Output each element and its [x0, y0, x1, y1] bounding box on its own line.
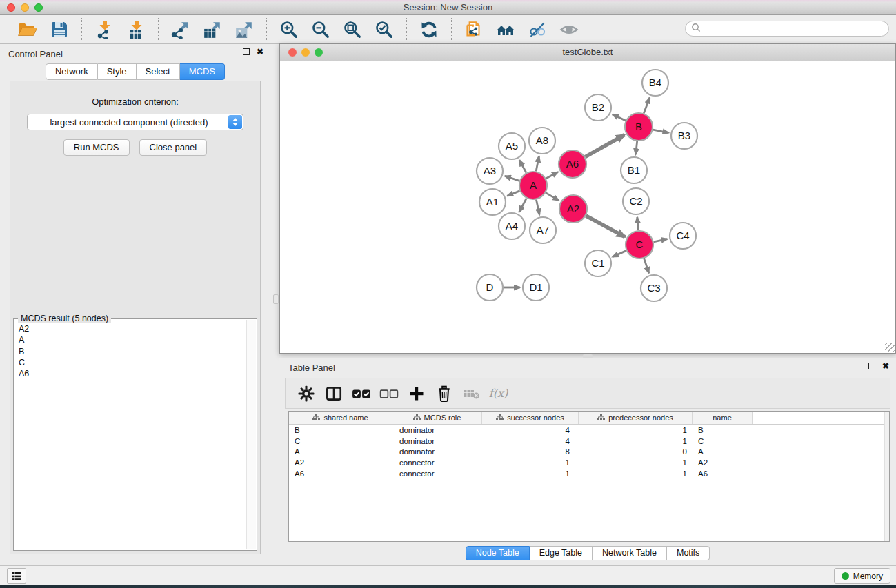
mcds-result-item[interactable]: B [17, 346, 244, 357]
node-D1[interactable]: D1 [523, 274, 549, 301]
edge-C-C2[interactable] [637, 217, 639, 230]
node-B1[interactable]: B1 [621, 157, 647, 183]
import-table-icon[interactable] [122, 18, 150, 41]
edge-A-A4[interactable] [519, 199, 527, 212]
edge-B-B4[interactable] [644, 98, 650, 114]
table-row[interactable]: Adominator80A [289, 447, 889, 458]
edge-A-A8[interactable] [536, 156, 539, 172]
edge-A-A3[interactable] [505, 176, 519, 181]
column-header-successor-nodes[interactable]: successor nodes [482, 412, 579, 424]
node-A3[interactable]: A3 [477, 158, 503, 184]
zoom-selected-icon[interactable] [370, 18, 398, 41]
node-C2[interactable]: C2 [623, 188, 649, 214]
table-float-panel-icon[interactable] [868, 363, 875, 369]
settings-gear-icon[interactable] [294, 382, 319, 405]
eye-icon[interactable] [555, 18, 583, 41]
column-header-MCDS-role[interactable]: MCDS role [392, 412, 482, 424]
mcds-result-list[interactable]: A2ABCA6 [17, 323, 244, 547]
tab-motifs[interactable]: Motifs [667, 546, 710, 560]
node-A[interactable]: A [519, 172, 547, 199]
open-folder-icon[interactable] [14, 18, 41, 41]
column-header-name[interactable]: name [693, 412, 753, 424]
node-C[interactable]: C [626, 231, 653, 258]
mcds-result-scrollbar[interactable] [246, 320, 256, 549]
node-A5[interactable]: A5 [499, 133, 525, 159]
close-panel-icon[interactable]: ✖ [257, 48, 263, 55]
node-A7[interactable]: A7 [530, 217, 556, 243]
network-window-titlebar[interactable]: testGlobe.txt [280, 44, 895, 61]
edge-A6-B[interactable] [585, 135, 624, 157]
refresh-layout-icon[interactable] [415, 18, 443, 41]
tab-node-table[interactable]: Node Table [466, 546, 530, 560]
zoom-fit-icon[interactable] [339, 18, 366, 41]
edge-C-C4[interactable] [654, 239, 668, 242]
table-close-panel-icon[interactable]: ✖ [882, 363, 889, 369]
tab-mcds[interactable]: MCDS [180, 63, 225, 80]
edge-B-B3[interactable] [653, 130, 669, 132]
home-icon[interactable] [492, 18, 519, 41]
edge-A-A7[interactable] [536, 200, 539, 215]
edge-A-A6[interactable] [546, 172, 557, 179]
tab-network-table[interactable]: Network Table [593, 546, 667, 560]
split-view-icon[interactable] [321, 382, 346, 405]
search-input[interactable] [701, 24, 883, 34]
add-column-icon[interactable] [404, 382, 429, 405]
node-table[interactable]: shared nameMCDS rolesuccessor nodesprede… [288, 411, 890, 542]
network-canvas[interactable]: B4B2BB3A8A5A6B1A3AC2A1A2A4A7C4CC1C3DD1 [280, 61, 895, 353]
node-C3[interactable]: C3 [641, 275, 667, 301]
zoom-out-icon[interactable] [307, 18, 335, 41]
node-B4[interactable]: B4 [642, 70, 668, 96]
node-D[interactable]: D [477, 274, 503, 301]
edge-C-C3[interactable] [644, 258, 649, 273]
float-panel-icon[interactable] [243, 48, 250, 55]
edge-B-B1[interactable] [636, 141, 637, 154]
deselect-all-icon[interactable] [377, 382, 401, 405]
graphics-details-icon[interactable] [524, 18, 551, 41]
run-mcds-button[interactable]: Run MCDS [63, 139, 130, 156]
memory-button[interactable]: Memory [834, 568, 890, 584]
import-network-icon[interactable] [90, 18, 118, 41]
network-from-selection-icon[interactable] [460, 18, 488, 41]
network-vertical-scroll-thumb[interactable] [273, 294, 279, 304]
mcds-result-item[interactable]: C [17, 357, 244, 368]
column-header-shared-name[interactable]: shared name [289, 412, 392, 424]
node-A4[interactable]: A4 [499, 213, 525, 239]
task-history-button[interactable] [7, 568, 26, 584]
export-table-icon[interactable] [199, 18, 226, 41]
select-all-icon[interactable] [349, 382, 374, 405]
edge-C-C1[interactable] [613, 251, 626, 257]
delete-column-icon[interactable] [432, 382, 457, 405]
save-session-icon[interactable] [46, 18, 73, 41]
table-row[interactable]: A2connector11A2 [289, 457, 889, 468]
table-row[interactable]: Bdominator41B [289, 425, 889, 436]
edge-A-A2[interactable] [546, 193, 559, 201]
export-network-icon[interactable] [167, 18, 195, 41]
edge-A-A1[interactable] [507, 191, 519, 196]
node-B2[interactable]: B2 [585, 94, 611, 121]
table-row[interactable]: Cdominator41C [289, 436, 889, 447]
tab-network[interactable]: Network [46, 63, 98, 80]
mcds-result-item[interactable]: A6 [17, 368, 244, 379]
window-resize-grip[interactable] [885, 343, 895, 352]
edge-A-A5[interactable] [519, 160, 526, 172]
mcds-result-item[interactable]: A [17, 334, 244, 345]
table-scrollbar[interactable] [884, 412, 889, 541]
mcds-result-item[interactable]: A2 [17, 323, 244, 334]
edge-B-B2[interactable] [613, 114, 626, 121]
node-C4[interactable]: C4 [670, 223, 696, 249]
node-A8[interactable]: A8 [529, 128, 555, 154]
table-row[interactable]: A6connector11A6 [289, 468, 889, 479]
node-B3[interactable]: B3 [671, 123, 697, 149]
node-A1[interactable]: A1 [479, 189, 506, 215]
tab-edge-table[interactable]: Edge Table [530, 546, 593, 560]
node-A2[interactable]: A2 [559, 195, 587, 223]
tab-select[interactable]: Select [137, 63, 180, 80]
zoom-in-icon[interactable] [275, 18, 303, 41]
close-panel-button[interactable]: Close panel [139, 139, 208, 156]
node-C1[interactable]: C1 [585, 250, 611, 276]
node-B[interactable]: B [625, 113, 653, 141]
tab-style[interactable]: Style [98, 63, 137, 80]
node-A6[interactable]: A6 [559, 150, 586, 178]
criterion-dropdown[interactable]: largest connected component (directed) [27, 114, 243, 130]
column-header-predecessor-nodes[interactable]: predecessor nodes [579, 412, 693, 424]
